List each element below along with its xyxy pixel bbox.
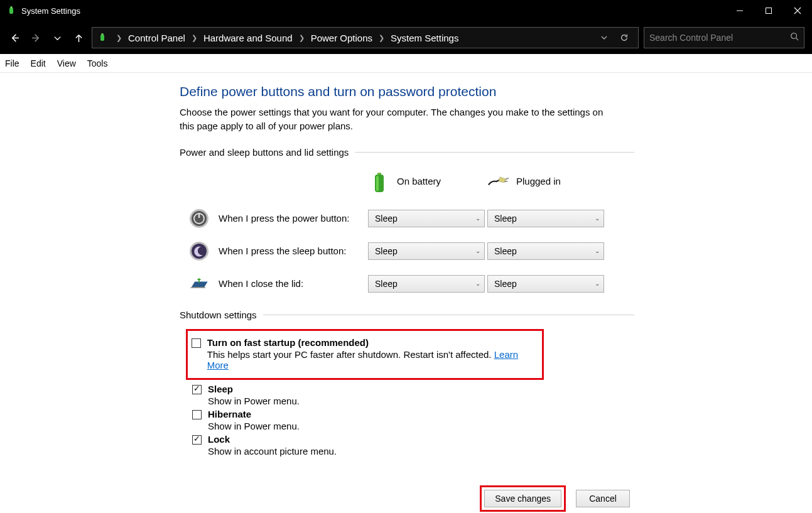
title-bar: System Settings	[0, 0, 812, 21]
chevron-down-icon: ⌄	[595, 280, 600, 287]
row-label-text: When I press the power button:	[219, 213, 349, 224]
sleep-option-sub: Show in Power menu.	[208, 396, 300, 406]
up-button[interactable]	[70, 27, 87, 48]
search-box[interactable]	[644, 27, 804, 48]
section-shutdown-label: Shutdown settings	[180, 310, 634, 320]
chevron-down-icon: ⌄	[475, 247, 480, 254]
select-value: Sleep	[494, 213, 595, 224]
svg-rect-14	[376, 176, 379, 191]
power-settings-grid: On battery Plugged in When I press the p…	[180, 166, 634, 294]
plug-icon	[487, 170, 510, 193]
select-value: Sleep	[494, 279, 595, 289]
close-button[interactable]	[783, 0, 812, 21]
select-value: Sleep	[375, 279, 475, 289]
highlight-fast-startup: Turn on fast startup (recommended) This …	[186, 329, 544, 380]
row-lid-label: When I close the lid:	[180, 273, 368, 294]
minimize-button[interactable]	[725, 0, 754, 21]
refresh-button[interactable]	[615, 33, 633, 42]
column-label: On battery	[397, 176, 441, 186]
navigation-bar: ❯ Control Panel ❯ Hardware and Sound ❯ P…	[0, 21, 812, 54]
lock-option-title: Lock	[208, 434, 337, 445]
row-sleep-button-label: When I press the sleep button:	[180, 240, 368, 262]
menu-bar: File Edit View Tools	[0, 54, 812, 73]
sleep-button-plugged-select[interactable]: Sleep⌄	[487, 242, 604, 260]
svg-rect-3	[766, 8, 772, 14]
chevron-right-icon: ❯	[116, 34, 122, 42]
column-label: Plugged in	[516, 176, 561, 186]
address-bar[interactable]: ❯ Control Panel ❯ Hardware and Sound ❯ P…	[92, 27, 639, 48]
breadcrumb-item[interactable]: Power Options	[311, 33, 372, 43]
highlight-save-button: Save changes	[480, 485, 566, 512]
footer-buttons: Save changes Cancel	[0, 484, 812, 513]
window-title: System Settings	[21, 6, 725, 16]
fast-startup-title: Turn on fast startup (recommended)	[207, 337, 536, 348]
menu-view[interactable]: View	[57, 58, 76, 68]
chevron-down-icon: ⌄	[475, 215, 480, 222]
row-label-text: When I press the sleep button:	[219, 246, 346, 256]
back-button[interactable]	[6, 27, 23, 48]
address-history-dropdown[interactable]	[595, 34, 613, 41]
lock-option-sub: Show in account picture menu.	[208, 446, 337, 456]
cancel-button[interactable]: Cancel	[576, 490, 630, 507]
lid-battery-select[interactable]: Sleep⌄	[368, 275, 485, 293]
recent-locations-button[interactable]	[49, 27, 65, 48]
section-power-buttons-label: Power and sleep buttons and lid settings	[180, 147, 634, 158]
maximize-button[interactable]	[754, 0, 783, 21]
svg-line-11	[796, 38, 799, 41]
svg-rect-0	[9, 8, 13, 14]
sleep-checkbox[interactable]	[192, 385, 202, 394]
hibernate-checkbox[interactable]	[192, 410, 202, 419]
svg-rect-9	[102, 33, 104, 35]
power-button-battery-select[interactable]: Sleep⌄	[368, 210, 485, 227]
sleep-button-icon	[188, 240, 210, 262]
fast-startup-checkbox[interactable]	[192, 338, 201, 348]
search-input[interactable]	[649, 33, 790, 43]
row-label-text: When I close the lid:	[219, 278, 303, 289]
app-icon	[6, 6, 16, 16]
address-app-icon	[97, 33, 107, 43]
lock-checkbox[interactable]	[192, 435, 202, 445]
select-value: Sleep	[375, 213, 475, 224]
breadcrumb-item[interactable]: Control Panel	[128, 33, 185, 43]
row-power-button-label: When I press the power button:	[180, 208, 368, 229]
power-button-icon	[188, 208, 210, 229]
select-value: Sleep	[375, 246, 475, 256]
page-title: Define power buttons and turn on passwor…	[180, 84, 634, 99]
chevron-down-icon: ⌄	[595, 247, 600, 254]
fast-startup-sub-text: This helps start your PC faster after sh…	[207, 349, 494, 360]
svg-rect-1	[11, 6, 13, 8]
breadcrumb-item[interactable]: System Settings	[391, 33, 458, 43]
breadcrumb-item[interactable]: Hardware and Sound	[203, 33, 293, 43]
section-label-text: Shutdown settings	[180, 310, 257, 320]
power-button-plugged-select[interactable]: Sleep⌄	[487, 210, 604, 227]
search-icon[interactable]	[790, 32, 799, 43]
column-on-battery: On battery	[368, 166, 487, 197]
svg-rect-8	[100, 35, 104, 41]
sleep-button-battery-select[interactable]: Sleep⌄	[368, 242, 485, 260]
select-value: Sleep	[494, 246, 595, 256]
menu-file[interactable]: File	[5, 58, 19, 68]
divider	[355, 152, 634, 153]
svg-point-10	[791, 33, 797, 39]
chevron-right-icon: ❯	[379, 34, 384, 42]
column-plugged-in: Plugged in	[487, 166, 607, 197]
svg-line-15	[506, 178, 509, 179]
lid-icon	[188, 273, 210, 294]
chevron-right-icon: ❯	[192, 34, 197, 42]
hibernate-option-title: Hibernate	[208, 409, 300, 419]
divider	[263, 315, 634, 315]
battery-icon	[368, 170, 391, 193]
hibernate-option-sub: Show in Power menu.	[208, 421, 300, 431]
save-changes-button[interactable]: Save changes	[484, 490, 561, 507]
menu-edit[interactable]: Edit	[31, 58, 46, 68]
menu-tools[interactable]: Tools	[87, 58, 108, 68]
lid-plugged-select[interactable]: Sleep⌄	[487, 275, 604, 293]
chevron-down-icon: ⌄	[475, 280, 480, 287]
content-area: Define power buttons and turn on passwor…	[0, 73, 634, 456]
chevron-right-icon: ❯	[299, 34, 305, 42]
forward-button[interactable]	[28, 27, 44, 48]
page-description: Choose the power settings that you want …	[180, 105, 613, 133]
chevron-down-icon: ⌄	[595, 215, 600, 222]
section-label-text: Power and sleep buttons and lid settings	[180, 147, 349, 158]
sleep-option-title: Sleep	[208, 384, 300, 394]
